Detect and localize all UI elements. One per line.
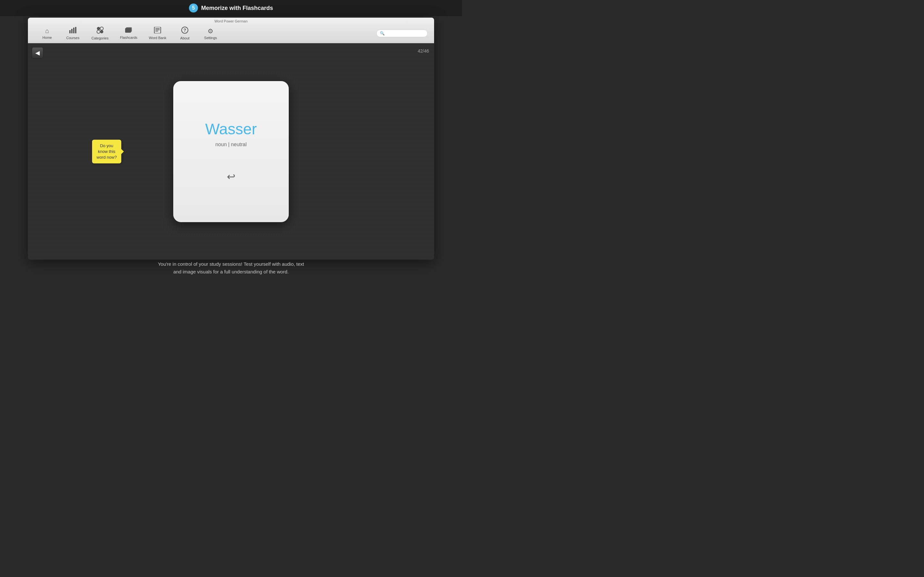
svg-rect-10 (126, 28, 131, 32)
bottom-caption: You're in control of your study sessions… (0, 260, 462, 276)
app-title: Memorize with Flashcards (201, 5, 273, 11)
window-title: Word Power German (214, 19, 247, 23)
nav-categories[interactable]: Categories (86, 25, 114, 41)
tooltip-text: Do youknow thisword now? (97, 143, 117, 159)
nav-categories-label: Categories (91, 36, 108, 40)
svg-rect-14 (155, 31, 158, 31)
flashcard-word: Wasser (205, 120, 257, 138)
app-window: Word Power German ⌂ Home Courses Categor… (28, 18, 434, 259)
nav-about-label: About (180, 36, 190, 40)
nav-home-label: Home (42, 35, 52, 39)
content-area: ◀ 42/46 Do youknow thisword now? Wasser … (28, 43, 434, 259)
svg-rect-3 (75, 27, 76, 33)
svg-rect-13 (155, 29, 160, 30)
svg-rect-0 (69, 30, 71, 33)
home-icon: ⌂ (45, 27, 49, 35)
svg-point-6 (100, 27, 103, 30)
back-button[interactable]: ◀ (32, 47, 43, 59)
svg-point-4 (97, 27, 100, 30)
categories-icon (97, 27, 103, 35)
title-bar: 5 Memorize with Flashcards (0, 0, 462, 16)
nav-courses[interactable]: Courses (60, 26, 86, 41)
caption-line1: You're in control of your study sessions… (0, 260, 462, 268)
svg-point-5 (100, 30, 103, 33)
tooltip-bubble: Do youknow thisword now? (92, 139, 121, 163)
app-badge: 5 (189, 3, 198, 13)
card-counter: 42/46 (418, 48, 429, 53)
nav-wordbank-label: Word Bank (149, 36, 166, 40)
nav-wordbank[interactable]: Word Bank (143, 26, 172, 41)
about-icon: ? (181, 27, 188, 35)
nav-bar: Word Power German ⌂ Home Courses Categor… (28, 18, 434, 43)
flashcard[interactable]: Wasser noun | neutral ↩ (173, 81, 289, 222)
wordbank-icon (154, 27, 161, 35)
search-input[interactable] (386, 31, 425, 35)
settings-icon: ⚙ (208, 27, 213, 35)
caption-line2: and image visuals for a full understandi… (0, 268, 462, 276)
svg-rect-2 (73, 27, 74, 33)
nav-home[interactable]: ⌂ Home (34, 26, 60, 41)
nav-about[interactable]: ? About (172, 25, 198, 41)
search-icon: 🔍 (380, 31, 384, 35)
svg-point-7 (97, 30, 100, 33)
nav-courses-label: Courses (66, 36, 79, 40)
flip-button[interactable]: ↩ (227, 171, 236, 183)
nav-settings[interactable]: ⚙ Settings (198, 26, 223, 41)
nav-flashcards[interactable]: Flashcards (114, 26, 143, 41)
nav-settings-label: Settings (204, 36, 217, 40)
courses-icon (69, 27, 76, 35)
nav-flashcards-label: Flashcards (120, 35, 137, 39)
svg-rect-1 (71, 29, 73, 33)
flashcard-subtitle: noun | neutral (215, 142, 247, 147)
svg-rect-12 (155, 28, 160, 29)
flashcards-icon (125, 27, 132, 35)
back-arrow-icon: ◀ (35, 49, 40, 56)
svg-text:?: ? (184, 27, 186, 33)
search-box[interactable]: 🔍 (376, 29, 428, 37)
nav-items: ⌂ Home Courses Categories Flashcards (28, 24, 434, 43)
